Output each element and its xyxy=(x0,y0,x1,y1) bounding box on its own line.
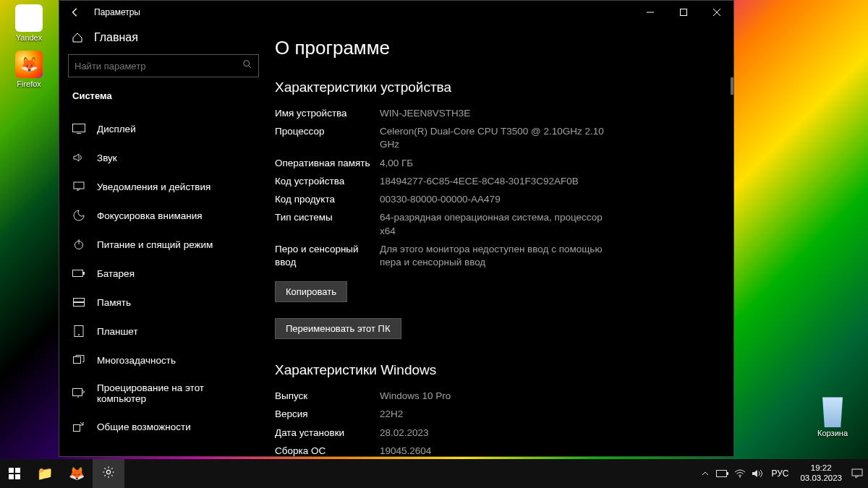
sidebar-item-tablet[interactable]: Планшет xyxy=(65,317,262,346)
settings-content[interactable]: О программе Характеристики устройства Им… xyxy=(268,24,733,456)
spec-value: 19045.2604 xyxy=(380,445,431,456)
sidebar-item-display[interactable]: Дисплей xyxy=(65,114,262,143)
search-icon xyxy=(242,59,252,72)
spec-row: Сборка ОС19045.2604 xyxy=(275,445,716,456)
svg-rect-12 xyxy=(83,272,85,275)
spec-key: Дата установки xyxy=(275,427,380,440)
spec-key: Процессор xyxy=(275,125,380,151)
svg-rect-17 xyxy=(74,357,81,364)
battery-icon xyxy=(72,267,85,280)
svg-rect-26 xyxy=(727,472,728,475)
desktop-icon-firefox[interactable]: 🦊 Firefox xyxy=(7,51,51,88)
svg-rect-6 xyxy=(73,124,85,132)
sidebar-item-power[interactable]: Питание и спящий режим xyxy=(65,230,262,259)
sidebar-item-label: Звук xyxy=(97,153,117,163)
gear-icon xyxy=(102,466,115,481)
spec-key: Перо и сенсорный ввод xyxy=(275,243,380,269)
taskbar-settings[interactable] xyxy=(93,459,124,488)
tray-chevron-icon[interactable] xyxy=(699,467,712,480)
device-spec-heading: Характеристики устройства xyxy=(275,80,716,95)
home-label: Главная xyxy=(94,31,138,44)
sidebar-item-storage[interactable]: Память xyxy=(65,288,262,317)
taskbar-clock[interactable]: 19:22 03.03.2023 xyxy=(796,463,846,484)
rename-pc-button[interactable]: Переименовать этот ПК xyxy=(275,318,401,339)
clock-time: 19:22 xyxy=(800,463,842,474)
spec-value: 00330-80000-00000-AA479 xyxy=(380,193,501,206)
svg-rect-25 xyxy=(717,471,727,477)
spec-row: ВыпускWindows 10 Pro xyxy=(275,390,716,403)
minimize-button[interactable] xyxy=(634,1,667,24)
taskbar-file-explorer[interactable]: 📁 xyxy=(29,459,61,488)
sidebar-item-label: Дисплей xyxy=(97,124,136,134)
spec-row: Код продукта00330-80000-00000-AA479 xyxy=(275,193,716,206)
home-button[interactable]: Главная xyxy=(65,24,262,54)
spec-key: Код устройства xyxy=(275,175,380,188)
spec-value: 64-разрядная операционная система, проце… xyxy=(380,211,611,237)
sidebar-item-label: Память xyxy=(97,297,131,308)
sidebar-item-multitask[interactable]: Многозадачность xyxy=(65,346,262,374)
scrollbar-thumb[interactable] xyxy=(731,77,733,95)
spec-row: ПроцессорCeleron(R) Dual-Core CPU T3500 … xyxy=(275,125,716,151)
display-icon xyxy=(72,122,85,135)
projecting-icon xyxy=(72,387,85,400)
volume-icon[interactable] xyxy=(751,467,764,480)
storage-icon xyxy=(72,296,85,309)
spec-row: Имя устройстваWIN-JEEN8VSTH3E xyxy=(275,107,716,120)
desktop-icon-yandex[interactable]: Y Yandex xyxy=(7,4,51,42)
svg-point-24 xyxy=(106,470,110,474)
search-input[interactable] xyxy=(75,61,242,72)
sidebar-item-label: Уведомления и действия xyxy=(97,181,210,192)
sidebar-item-notifications[interactable]: Уведомления и действия xyxy=(65,172,262,201)
shared-icon xyxy=(72,420,85,433)
battery-icon[interactable] xyxy=(716,467,729,480)
multitask-icon xyxy=(72,354,85,367)
spec-value: 22H2 xyxy=(380,408,403,421)
spec-key: Имя устройства xyxy=(275,107,380,120)
copy-button[interactable]: Копировать xyxy=(275,281,347,302)
close-button[interactable] xyxy=(700,1,733,24)
spec-value: 4,00 ГБ xyxy=(380,157,413,170)
spec-value: Windows 10 Pro xyxy=(380,390,451,403)
spec-row: Оперативная память4,00 ГБ xyxy=(275,157,716,170)
taskbar-firefox[interactable]: 🦊 xyxy=(61,459,93,488)
tablet-icon xyxy=(72,325,85,338)
spec-row: Перо и сенсорный вводДля этого монитора … xyxy=(275,243,716,269)
spec-value: 28.02.2023 xyxy=(380,427,429,440)
svg-rect-22 xyxy=(9,474,14,479)
notifications-icon xyxy=(72,180,85,193)
sidebar-item-projecting[interactable]: Проецирование на этот компьютер xyxy=(65,374,262,412)
sidebar-item-label: Батарея xyxy=(97,268,135,279)
sidebar-item-label: Фокусировка внимания xyxy=(97,210,203,221)
language-indicator[interactable]: РУС xyxy=(768,468,791,479)
maximize-button[interactable] xyxy=(667,1,700,24)
spec-row: Тип системы64-разрядная операционная сис… xyxy=(275,211,716,237)
svg-rect-23 xyxy=(15,474,20,479)
search-box[interactable] xyxy=(68,54,259,77)
desktop-icon-recycle-bin[interactable]: Корзина xyxy=(817,394,848,437)
window-titlebar[interactable]: Параметры xyxy=(59,1,733,24)
spec-value: WIN-JEEN8VSTH3E xyxy=(380,107,470,120)
spec-row: Дата установки28.02.2023 xyxy=(275,427,716,440)
sidebar-item-label: Многозадачность xyxy=(97,355,176,366)
start-button[interactable] xyxy=(0,459,29,488)
svg-point-16 xyxy=(78,334,80,335)
windows-spec-heading: Характеристики Windows xyxy=(275,362,716,378)
spec-value: 18494277-6C85-4ECE-8C48-301F3C92AF0B xyxy=(380,175,579,188)
sidebar-item-focus-assist[interactable]: Фокусировка внимания xyxy=(65,201,262,230)
wifi-icon[interactable] xyxy=(733,467,746,480)
yandex-icon: Y xyxy=(15,4,43,32)
minimize-icon xyxy=(647,9,654,16)
back-arrow-icon xyxy=(70,7,80,17)
action-center-icon[interactable] xyxy=(851,467,864,480)
sidebar-item-label: Питание и спящий режим xyxy=(97,239,213,250)
spec-row: Версия22H2 xyxy=(275,408,716,421)
sidebar-item-shared[interactable]: Общие возможности xyxy=(65,412,262,441)
svg-rect-1 xyxy=(681,9,687,16)
back-button[interactable] xyxy=(67,4,84,21)
sidebar-item-battery[interactable]: Батарея xyxy=(65,259,262,288)
maximize-icon xyxy=(680,9,687,16)
spec-value: Celeron(R) Dual-Core CPU T3500 @ 2.10GHz… xyxy=(380,125,611,151)
sidebar-item-label: Общие возможности xyxy=(97,421,191,432)
sidebar-item-label: Проецирование на этот компьютер xyxy=(97,382,255,404)
sidebar-item-sound[interactable]: Звук xyxy=(65,143,262,172)
